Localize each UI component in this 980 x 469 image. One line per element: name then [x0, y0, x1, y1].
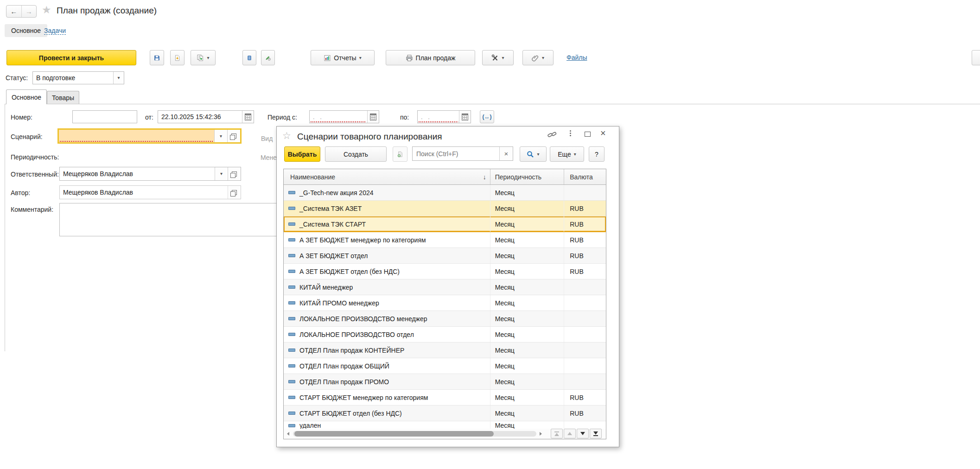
table-row[interactable]: ЛОКАЛЬНОЕ ПРОИЗВОДСТВО менеджерМесяц — [284, 311, 606, 327]
period-from-calendar-button[interactable] — [367, 111, 379, 123]
search-clear-button[interactable]: × — [499, 147, 513, 160]
table-scroll-area — [284, 429, 606, 439]
table-row[interactable]: А ЗЕТ БЮДЖЕТ отдел (без НДС)МесяцRUB — [284, 264, 606, 279]
create-button[interactable]: Создать — [325, 146, 387, 162]
forward-button[interactable]: → — [22, 6, 37, 17]
back-button[interactable]: ← — [6, 6, 22, 17]
table-row[interactable]: ЛОКАЛЬНОЕ ПРОИЗВОДСТВО отделМесяц — [284, 327, 606, 342]
close-icon[interactable]: × — [600, 128, 606, 139]
go-last-button[interactable] — [590, 429, 602, 438]
structure-button[interactable] — [242, 50, 256, 65]
tab-main[interactable]: Основное — [6, 89, 47, 104]
search-input[interactable] — [413, 147, 499, 160]
status-select[interactable]: В подготовке ▾ — [32, 71, 124, 84]
comment-textarea[interactable] — [59, 203, 277, 236]
attachments-button[interactable]: ▾ — [522, 50, 554, 65]
table-row[interactable]: КИТАЙ ПРОМО менеджерМесяц — [284, 295, 606, 311]
table-row[interactable]: КИТАЙ менеджерМесяц — [284, 279, 606, 295]
row-name: КИТАЙ менеджер — [299, 284, 353, 291]
table-row[interactable]: СТАРТ БЮДЖЕТ отдел (без НДС)МесяцRUB — [284, 406, 606, 421]
search-field-wrap: × — [412, 146, 513, 161]
maximize-icon[interactable] — [585, 132, 591, 137]
clipped-edge-button[interactable] — [972, 50, 980, 65]
horizontal-scrollbar[interactable] — [293, 431, 536, 437]
period-to-field[interactable]: . . — [417, 110, 471, 123]
nav-tab-main[interactable]: Основное — [5, 24, 47, 37]
scenario-value[interactable] — [59, 130, 214, 142]
more-actions-button[interactable]: Еще ▾ — [550, 146, 584, 162]
reports-icon — [324, 54, 331, 62]
scenario-dropdown-button[interactable]: ▾ — [214, 130, 227, 142]
responsible-combobox[interactable]: Мещеряков Владислав ▾ — [59, 167, 241, 181]
table-row[interactable]: А ЗЕТ БЮДЖЕТ менеджер по категориямМесяц… — [284, 232, 606, 248]
column-header-name[interactable]: Наименование ↓ — [284, 169, 490, 184]
history-nav-group: ← → — [6, 5, 37, 18]
item-dash-icon — [288, 412, 295, 415]
number-input[interactable] — [73, 111, 137, 123]
save-button[interactable] — [150, 50, 164, 65]
row-currency — [564, 327, 606, 342]
item-dash-icon — [288, 333, 295, 336]
reports-button[interactable]: Отчеты ▾ — [311, 50, 375, 65]
period-from-field[interactable]: . . — [309, 110, 379, 123]
responsible-dropdown-button[interactable]: ▾ — [215, 167, 228, 180]
table-row[interactable]: _Система ТЭК СТАРТМесяцRUB — [284, 216, 606, 232]
row-name: _Система ТЭК АЗЕТ — [299, 205, 362, 212]
back-arrow-icon: ← — [10, 7, 17, 15]
more-menu-dots-icon[interactable] — [570, 130, 571, 132]
dialog-favorite-star-icon[interactable]: ☆ — [282, 130, 291, 141]
table-row[interactable]: ОТДЕЛ План продаж ПРОМОМесяц — [284, 374, 606, 390]
files-link[interactable]: Файлы — [566, 54, 587, 61]
author-open-button[interactable] — [228, 186, 241, 199]
period-select-button[interactable]: (↔) — [480, 110, 494, 123]
item-dash-icon — [288, 301, 295, 304]
arrow-up-icon — [567, 432, 572, 435]
table-row[interactable]: _Система ТЭК АЗЕТМесяцRUB — [284, 201, 606, 216]
row-name: А ЗЕТ БЮДЖЕТ менеджер по категориям — [299, 236, 426, 244]
period-to-calendar-button[interactable] — [459, 111, 471, 123]
scroll-right-icon[interactable] — [540, 432, 542, 436]
print-sales-plan-button[interactable]: План продаж — [386, 50, 475, 65]
row-periodicity: Месяц — [490, 248, 565, 263]
post-and-close-button[interactable]: Провести и закрыть — [6, 50, 136, 65]
item-dash-icon — [288, 222, 295, 226]
row-periodicity: Месяц — [490, 311, 565, 326]
search-settings-button[interactable]: ▾ — [520, 146, 547, 162]
table-row[interactable]: _G-Tech-new акция 2024Месяц — [284, 185, 606, 201]
row-down-button[interactable] — [577, 429, 589, 438]
post-document-button[interactable] — [170, 50, 185, 65]
scenario-combobox[interactable]: ▾ — [57, 128, 242, 144]
row-periodicity: Месяц — [490, 279, 565, 295]
tab-goods[interactable]: Товары — [47, 91, 79, 104]
table-row[interactable]: ОТДЕЛ План продаж КОНТЕЙНЕРМесяц — [284, 342, 606, 358]
scenario-picker-dialog: ☆ Сценарии товарного планирования × Выбр… — [276, 126, 619, 447]
responsible-open-button[interactable] — [228, 167, 241, 180]
table-row[interactable]: ОТДЕЛ План продаж ОБЩИЙМесяц — [284, 358, 606, 374]
service-tools-button[interactable]: ▾ — [482, 50, 514, 65]
dropdown-caret-icon: ▾ — [537, 152, 539, 157]
help-button[interactable]: ? — [589, 146, 605, 162]
column-header-periodicity[interactable]: Периодичность — [490, 169, 565, 184]
get-link-icon[interactable] — [547, 131, 557, 140]
document-date-calendar-button[interactable] — [242, 111, 254, 123]
create-based-on-button[interactable]: ▾ — [191, 50, 216, 65]
deferred-edit-button[interactable] — [261, 50, 275, 65]
sort-desc-icon: ↓ — [483, 173, 486, 181]
select-button[interactable]: Выбрать — [284, 146, 320, 162]
scenario-open-button[interactable] — [227, 130, 240, 142]
scrollbar-thumb[interactable] — [294, 431, 494, 437]
favorite-star-icon[interactable]: ★ — [42, 4, 51, 16]
column-header-currency[interactable]: Валюта — [564, 169, 606, 184]
status-dropdown-button[interactable]: ▾ — [113, 72, 124, 84]
page-title: План продаж (создание) — [57, 6, 157, 16]
table-row[interactable]: А ЗЕТ БЮДЖЕТ отделМесяцRUB — [284, 248, 606, 264]
document-date-field[interactable]: 22.10.2025 15:42:36 — [158, 110, 254, 123]
author-value: Мещеряков Владислав — [60, 186, 228, 199]
column-header-periodicity-label: Периодичность — [495, 173, 541, 181]
clear-icon: × — [504, 150, 509, 158]
table-row[interactable]: СТАРТ БЮДЖЕТ менеджер по категориямМесяц… — [284, 390, 606, 406]
row-name: ЛОКАЛЬНОЕ ПРОИЗВОДСТВО менеджер — [299, 315, 427, 323]
nav-tab-tasks[interactable]: Задачи — [44, 27, 66, 35]
row-name: _Система ТЭК СТАРТ — [299, 221, 366, 228]
scroll-left-icon[interactable] — [287, 432, 289, 436]
